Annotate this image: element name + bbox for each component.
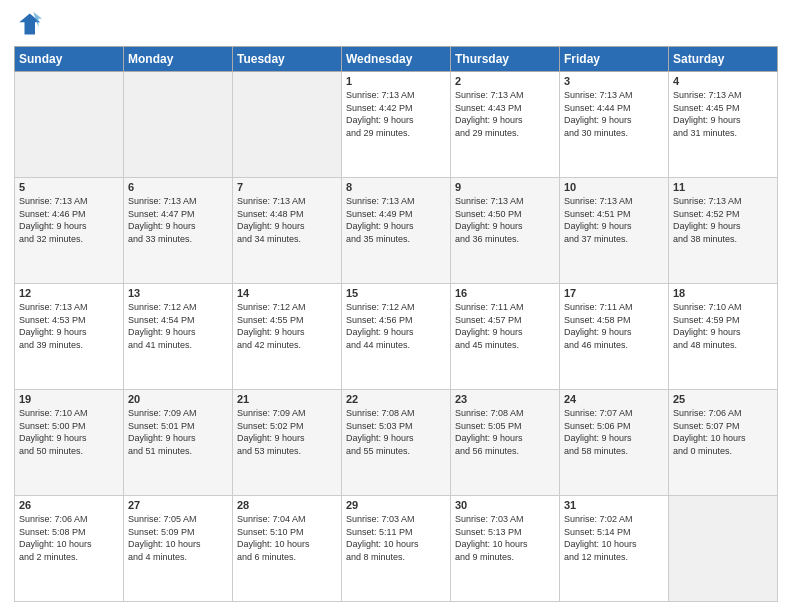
day-number: 30 [455, 499, 555, 511]
day-number: 1 [346, 75, 446, 87]
day-number: 16 [455, 287, 555, 299]
day-info: Sunrise: 7:12 AM Sunset: 4:56 PM Dayligh… [346, 301, 446, 351]
calendar-cell: 17Sunrise: 7:11 AM Sunset: 4:58 PM Dayli… [560, 284, 669, 390]
day-info: Sunrise: 7:13 AM Sunset: 4:53 PM Dayligh… [19, 301, 119, 351]
calendar-week-row: 5Sunrise: 7:13 AM Sunset: 4:46 PM Daylig… [15, 178, 778, 284]
day-number: 4 [673, 75, 773, 87]
day-info: Sunrise: 7:08 AM Sunset: 5:03 PM Dayligh… [346, 407, 446, 457]
calendar-cell: 15Sunrise: 7:12 AM Sunset: 4:56 PM Dayli… [342, 284, 451, 390]
weekday-header: Sunday [15, 47, 124, 72]
calendar-cell: 11Sunrise: 7:13 AM Sunset: 4:52 PM Dayli… [669, 178, 778, 284]
calendar-cell: 8Sunrise: 7:13 AM Sunset: 4:49 PM Daylig… [342, 178, 451, 284]
day-number: 18 [673, 287, 773, 299]
day-number: 20 [128, 393, 228, 405]
day-info: Sunrise: 7:02 AM Sunset: 5:14 PM Dayligh… [564, 513, 664, 563]
day-number: 26 [19, 499, 119, 511]
day-number: 2 [455, 75, 555, 87]
day-info: Sunrise: 7:06 AM Sunset: 5:08 PM Dayligh… [19, 513, 119, 563]
weekday-header: Friday [560, 47, 669, 72]
calendar-cell: 31Sunrise: 7:02 AM Sunset: 5:14 PM Dayli… [560, 496, 669, 602]
calendar-cell: 29Sunrise: 7:03 AM Sunset: 5:11 PM Dayli… [342, 496, 451, 602]
day-info: Sunrise: 7:13 AM Sunset: 4:50 PM Dayligh… [455, 195, 555, 245]
day-info: Sunrise: 7:04 AM Sunset: 5:10 PM Dayligh… [237, 513, 337, 563]
day-info: Sunrise: 7:13 AM Sunset: 4:47 PM Dayligh… [128, 195, 228, 245]
day-info: Sunrise: 7:13 AM Sunset: 4:48 PM Dayligh… [237, 195, 337, 245]
calendar-cell: 30Sunrise: 7:03 AM Sunset: 5:13 PM Dayli… [451, 496, 560, 602]
day-info: Sunrise: 7:13 AM Sunset: 4:43 PM Dayligh… [455, 89, 555, 139]
calendar-cell: 16Sunrise: 7:11 AM Sunset: 4:57 PM Dayli… [451, 284, 560, 390]
day-info: Sunrise: 7:09 AM Sunset: 5:02 PM Dayligh… [237, 407, 337, 457]
page-container: SundayMondayTuesdayWednesdayThursdayFrid… [0, 0, 792, 612]
day-info: Sunrise: 7:03 AM Sunset: 5:11 PM Dayligh… [346, 513, 446, 563]
day-info: Sunrise: 7:08 AM Sunset: 5:05 PM Dayligh… [455, 407, 555, 457]
day-number: 7 [237, 181, 337, 193]
calendar-cell: 19Sunrise: 7:10 AM Sunset: 5:00 PM Dayli… [15, 390, 124, 496]
day-info: Sunrise: 7:09 AM Sunset: 5:01 PM Dayligh… [128, 407, 228, 457]
day-number: 15 [346, 287, 446, 299]
day-number: 10 [564, 181, 664, 193]
calendar-cell: 27Sunrise: 7:05 AM Sunset: 5:09 PM Dayli… [124, 496, 233, 602]
calendar-cell: 3Sunrise: 7:13 AM Sunset: 4:44 PM Daylig… [560, 72, 669, 178]
calendar-cell [669, 496, 778, 602]
calendar-cell: 21Sunrise: 7:09 AM Sunset: 5:02 PM Dayli… [233, 390, 342, 496]
weekday-header-row: SundayMondayTuesdayWednesdayThursdayFrid… [15, 47, 778, 72]
day-number: 14 [237, 287, 337, 299]
day-info: Sunrise: 7:11 AM Sunset: 4:58 PM Dayligh… [564, 301, 664, 351]
calendar-cell: 20Sunrise: 7:09 AM Sunset: 5:01 PM Dayli… [124, 390, 233, 496]
day-info: Sunrise: 7:06 AM Sunset: 5:07 PM Dayligh… [673, 407, 773, 457]
weekday-header: Monday [124, 47, 233, 72]
day-number: 29 [346, 499, 446, 511]
day-info: Sunrise: 7:13 AM Sunset: 4:44 PM Dayligh… [564, 89, 664, 139]
day-number: 6 [128, 181, 228, 193]
calendar-cell [124, 72, 233, 178]
logo-icon [14, 10, 42, 38]
calendar-cell: 9Sunrise: 7:13 AM Sunset: 4:50 PM Daylig… [451, 178, 560, 284]
day-number: 22 [346, 393, 446, 405]
calendar-cell: 1Sunrise: 7:13 AM Sunset: 4:42 PM Daylig… [342, 72, 451, 178]
calendar-cell: 22Sunrise: 7:08 AM Sunset: 5:03 PM Dayli… [342, 390, 451, 496]
day-info: Sunrise: 7:13 AM Sunset: 4:45 PM Dayligh… [673, 89, 773, 139]
calendar-cell: 14Sunrise: 7:12 AM Sunset: 4:55 PM Dayli… [233, 284, 342, 390]
weekday-header: Thursday [451, 47, 560, 72]
weekday-header: Saturday [669, 47, 778, 72]
calendar-week-row: 12Sunrise: 7:13 AM Sunset: 4:53 PM Dayli… [15, 284, 778, 390]
day-number: 3 [564, 75, 664, 87]
calendar-table: SundayMondayTuesdayWednesdayThursdayFrid… [14, 46, 778, 602]
weekday-header: Tuesday [233, 47, 342, 72]
day-number: 23 [455, 393, 555, 405]
calendar-cell: 12Sunrise: 7:13 AM Sunset: 4:53 PM Dayli… [15, 284, 124, 390]
day-info: Sunrise: 7:03 AM Sunset: 5:13 PM Dayligh… [455, 513, 555, 563]
day-info: Sunrise: 7:13 AM Sunset: 4:51 PM Dayligh… [564, 195, 664, 245]
logo [14, 10, 46, 38]
day-number: 17 [564, 287, 664, 299]
calendar-cell [15, 72, 124, 178]
day-number: 25 [673, 393, 773, 405]
day-info: Sunrise: 7:13 AM Sunset: 4:52 PM Dayligh… [673, 195, 773, 245]
day-info: Sunrise: 7:10 AM Sunset: 4:59 PM Dayligh… [673, 301, 773, 351]
calendar-cell: 24Sunrise: 7:07 AM Sunset: 5:06 PM Dayli… [560, 390, 669, 496]
day-info: Sunrise: 7:12 AM Sunset: 4:55 PM Dayligh… [237, 301, 337, 351]
calendar-cell: 13Sunrise: 7:12 AM Sunset: 4:54 PM Dayli… [124, 284, 233, 390]
day-number: 12 [19, 287, 119, 299]
day-number: 11 [673, 181, 773, 193]
day-number: 21 [237, 393, 337, 405]
calendar-cell: 26Sunrise: 7:06 AM Sunset: 5:08 PM Dayli… [15, 496, 124, 602]
day-number: 5 [19, 181, 119, 193]
day-number: 24 [564, 393, 664, 405]
calendar-cell: 18Sunrise: 7:10 AM Sunset: 4:59 PM Dayli… [669, 284, 778, 390]
day-info: Sunrise: 7:12 AM Sunset: 4:54 PM Dayligh… [128, 301, 228, 351]
day-number: 27 [128, 499, 228, 511]
calendar-cell: 4Sunrise: 7:13 AM Sunset: 4:45 PM Daylig… [669, 72, 778, 178]
day-info: Sunrise: 7:13 AM Sunset: 4:49 PM Dayligh… [346, 195, 446, 245]
calendar-cell: 28Sunrise: 7:04 AM Sunset: 5:10 PM Dayli… [233, 496, 342, 602]
day-number: 19 [19, 393, 119, 405]
day-info: Sunrise: 7:13 AM Sunset: 4:42 PM Dayligh… [346, 89, 446, 139]
calendar-cell [233, 72, 342, 178]
day-number: 9 [455, 181, 555, 193]
day-info: Sunrise: 7:10 AM Sunset: 5:00 PM Dayligh… [19, 407, 119, 457]
day-number: 8 [346, 181, 446, 193]
calendar-cell: 5Sunrise: 7:13 AM Sunset: 4:46 PM Daylig… [15, 178, 124, 284]
day-info: Sunrise: 7:07 AM Sunset: 5:06 PM Dayligh… [564, 407, 664, 457]
calendar-cell: 7Sunrise: 7:13 AM Sunset: 4:48 PM Daylig… [233, 178, 342, 284]
day-info: Sunrise: 7:11 AM Sunset: 4:57 PM Dayligh… [455, 301, 555, 351]
